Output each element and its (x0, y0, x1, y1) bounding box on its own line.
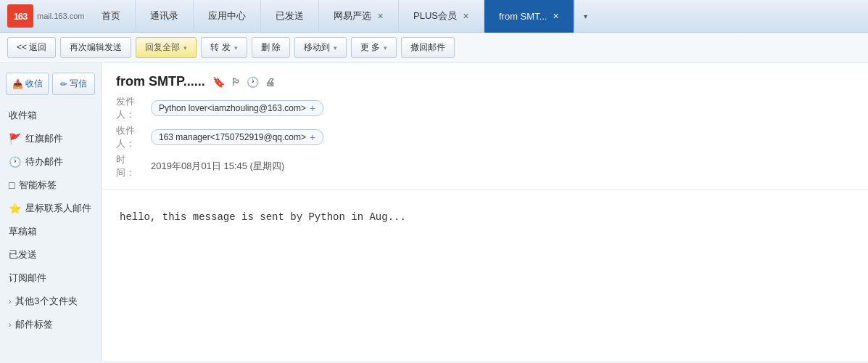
sent2-label: 已发送 (9, 248, 37, 261)
email-time: 时 间： 2019年08月01日 15:45 (星期四) (116, 153, 853, 179)
email-from: 发件人： Python lover<iamzhouling@163.com> + (116, 95, 853, 121)
recall-label: 撤回邮件 (410, 41, 445, 54)
tab-plus-label: PLUS会员 (413, 9, 457, 23)
tab-plus[interactable]: PLUS会员 ✕ (399, 0, 484, 33)
email-header: from SMTP...... 🔖 🏳 🕐 🖨 发件人： Python love… (102, 63, 868, 190)
to-tag: 163 manager<1750752919@qq.com> + (151, 129, 323, 145)
email-to: 收件人： 163 manager<1750752919@qq.com> + (116, 124, 853, 150)
from-tag: Python lover<iamzhouling@163.com> + (151, 100, 323, 116)
resend-button[interactable]: 再次编辑发送 (60, 37, 131, 58)
nav-tabs: 首页 通讯录 应用中心 已发送 网易严选 ✕ PLUS会员 ✕ from SMT… (87, 0, 868, 33)
delete-button[interactable]: 删 除 (252, 37, 290, 58)
reply-all-label: 回复全部 (145, 41, 180, 54)
back-label: << 返回 (17, 41, 46, 54)
back-button[interactable]: << 返回 (7, 37, 56, 58)
flag-email-icon[interactable]: 🏳 (231, 76, 241, 88)
more-arrow[interactable]: ▾ (384, 44, 387, 52)
main-layout: 📥 收信 ✏ 写信 收件箱 🚩 红旗邮件 🕐 待办邮件 □ 智能标签 ⭐ 星标联… (0, 63, 868, 361)
flag-icon: 🚩 (9, 133, 21, 144)
move-label: 移动到 (304, 41, 330, 54)
from-value: Python lover<iamzhouling@163.com> (159, 103, 306, 113)
smart-icon: □ (9, 179, 15, 191)
compose-icon: ✏ (60, 79, 67, 89)
sidebar-item-starred[interactable]: ⭐ 星标联系人邮件 (0, 197, 101, 220)
tab-wyyx-close[interactable]: ✕ (377, 12, 384, 21)
logo-domain: mail.163.com (37, 12, 84, 20)
sidebar-item-subscribed[interactable]: 订阅邮件 (0, 266, 101, 290)
tab-home-label: 首页 (102, 9, 120, 23)
receive-button[interactable]: 📥 收信 (6, 73, 49, 95)
flagged-label: 红旗邮件 (25, 132, 63, 145)
tab-dropdown-arrow: ▾ (584, 12, 587, 20)
sidebar-action-area: 📥 收信 ✏ 写信 (0, 67, 101, 104)
top-bar: 163 mail.163.com 首页 通讯录 应用中心 已发送 网易严选 ✕ … (0, 0, 868, 33)
email-body: hello, this message is sent by Python in… (102, 190, 868, 245)
sidebar-section-other[interactable]: › 其他3个文件夹 (0, 290, 101, 313)
forward-arrow[interactable]: ▾ (234, 44, 238, 52)
tags-label: 邮件标签 (15, 318, 53, 331)
smart-label: 智能标签 (19, 179, 57, 192)
time-label: 时 间： (116, 153, 145, 179)
clock-icon: 🕐 (9, 156, 21, 168)
time-value: 2019年08月01日 15:45 (星期四) (151, 160, 284, 173)
sidebar-item-inbox[interactable]: 收件箱 (0, 104, 101, 127)
bookmark-icon[interactable]: 🔖 (212, 76, 225, 88)
email-body-text: hello, this message is sent by Python in… (120, 208, 850, 227)
move-arrow[interactable]: ▾ (334, 44, 337, 52)
sidebar-item-sent2[interactable]: 已发送 (0, 243, 101, 266)
reply-all-arrow[interactable]: ▾ (183, 44, 187, 52)
logo-icon: 163 (7, 4, 33, 28)
logo: 163 mail.163.com (0, 4, 87, 28)
receive-icon: 📥 (12, 79, 23, 89)
tab-smtp-label: from SMT... (499, 11, 547, 22)
recall-button[interactable]: 撤回邮件 (401, 37, 455, 58)
tab-home[interactable]: 首页 (87, 0, 136, 33)
to-value: 163 manager<1750752919@qq.com> (159, 132, 306, 142)
receive-label: 收信 (25, 78, 43, 90)
inbox-label: 收件箱 (9, 109, 37, 122)
move-button[interactable]: 移动到 ▾ (294, 37, 347, 58)
compose-label: 写信 (70, 78, 87, 90)
action-bar: << 返回 再次编辑发送 回复全部 ▾ 转 发 ▾ 删 除 移动到 ▾ 更 多 … (0, 33, 868, 63)
other-chevron: › (9, 298, 11, 306)
forward-button[interactable]: 转 发 ▾ (201, 37, 247, 58)
sidebar-item-smart[interactable]: □ 智能标签 (0, 174, 101, 197)
logo-text: 163 (14, 11, 28, 22)
reply-all-button[interactable]: 回复全部 ▾ (136, 37, 197, 58)
tab-plus-close[interactable]: ✕ (463, 12, 469, 21)
resend-label: 再次编辑发送 (70, 41, 122, 54)
sidebar-item-pending[interactable]: 🕐 待办邮件 (0, 150, 101, 174)
subscribed-label: 订阅邮件 (9, 272, 46, 285)
starred-label: 星标联系人邮件 (25, 202, 91, 215)
email-action-icons: 🔖 🏳 🕐 🖨 (212, 76, 275, 88)
tab-more-dropdown[interactable]: ▾ (574, 0, 596, 33)
sidebar-item-draft[interactable]: 草稿箱 (0, 220, 101, 243)
pending-label: 待办邮件 (25, 155, 63, 168)
to-add-button[interactable]: + (310, 131, 315, 143)
tab-contacts[interactable]: 通讯录 (136, 0, 194, 33)
tab-wyyx-label: 网易严选 (334, 9, 371, 23)
sidebar: 📥 收信 ✏ 写信 收件箱 🚩 红旗邮件 🕐 待办邮件 □ 智能标签 ⭐ 星标联… (0, 63, 102, 361)
more-label: 更 多 (360, 41, 380, 54)
star-icon: ⭐ (9, 203, 21, 214)
email-subject: from SMTP...... 🔖 🏳 🕐 🖨 (116, 74, 853, 89)
tab-smtp-close[interactable]: ✕ (553, 12, 559, 21)
tab-sent[interactable]: 已发送 (261, 0, 319, 33)
tab-wyyx[interactable]: 网易严选 ✕ (319, 0, 399, 33)
tab-sent-label: 已发送 (276, 9, 304, 23)
from-add-button[interactable]: + (310, 102, 315, 114)
more-button[interactable]: 更 多 ▾ (351, 37, 397, 58)
tab-contacts-label: 通讯录 (150, 9, 178, 23)
sidebar-section-tags[interactable]: › 邮件标签 (0, 313, 101, 336)
to-label: 收件人： (116, 124, 145, 150)
forward-label: 转 发 (210, 41, 230, 54)
subject-text: from SMTP...... (116, 74, 205, 89)
tab-apps-label: 应用中心 (208, 9, 246, 23)
print-icon[interactable]: 🖨 (265, 76, 275, 88)
time-email-icon[interactable]: 🕐 (247, 76, 259, 88)
compose-button[interactable]: ✏ 写信 (52, 73, 95, 95)
sidebar-item-flagged[interactable]: 🚩 红旗邮件 (0, 127, 101, 150)
tags-chevron: › (9, 321, 11, 329)
tab-smtp[interactable]: from SMT... ✕ (484, 0, 574, 33)
tab-apps[interactable]: 应用中心 (194, 0, 261, 33)
